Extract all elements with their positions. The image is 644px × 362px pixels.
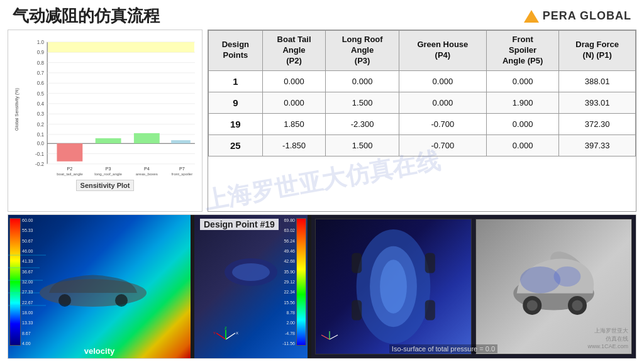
svg-rect-30 bbox=[134, 133, 160, 143]
table-section: DesignPoints Boat TailAngle(P2) Long Roo… bbox=[208, 30, 636, 212]
table-header-row: DesignPoints Boat TailAngle(P2) Long Roo… bbox=[209, 31, 636, 71]
table-cell: 9 bbox=[209, 92, 263, 113]
table-cell: 19 bbox=[209, 113, 263, 134]
topview-axes bbox=[319, 329, 341, 351]
svg-text:P7: P7 bbox=[179, 167, 185, 172]
cfd-pressure-view: 69.80 63.02 56.24 49.46 42.68 35.90 29.1… bbox=[194, 215, 308, 358]
cfd-right-area: 上海罗世亚大 仿真在线 www.1CAE.com bbox=[311, 215, 636, 358]
col-drag-force: Drag Force(N) (P1) bbox=[559, 31, 636, 71]
pressure-scale-labels: 69.80 63.02 56.24 49.46 42.68 35.90 29.1… bbox=[282, 218, 295, 346]
svg-rect-29 bbox=[96, 138, 121, 143]
table-cell: 1.850 bbox=[262, 113, 326, 134]
table-cell: 0.000 bbox=[486, 134, 558, 156]
svg-point-74 bbox=[554, 266, 581, 287]
table-body: 10.0000.0000.0000.000388.0190.0001.5000.… bbox=[209, 70, 636, 156]
table-cell: 1.500 bbox=[326, 134, 399, 156]
iso-surface-label: Iso-surface of total pressure = 0.0 bbox=[389, 344, 497, 353]
table-cell: 372.30 bbox=[559, 113, 636, 134]
design-point-label: Design Point #19 bbox=[200, 219, 279, 230]
table-cell: 0.000 bbox=[262, 92, 326, 113]
table-row: 90.0001.5000.0001.900393.01 bbox=[209, 92, 636, 113]
svg-line-65 bbox=[330, 335, 338, 339]
table-cell: 0.000 bbox=[326, 70, 399, 92]
header: 气动减阻的仿真流程 PERA GLOBAL bbox=[0, 0, 644, 30]
flow-lines-svg bbox=[8, 215, 191, 358]
col-long-roof: Long RoofAngle(P3) bbox=[326, 31, 399, 71]
svg-text:long_roof_angle: long_roof_angle bbox=[94, 172, 122, 176]
svg-text:0.6: 0.6 bbox=[37, 80, 45, 86]
svg-rect-63 bbox=[352, 300, 362, 320]
velocity-label: velocity bbox=[84, 346, 114, 356]
svg-text:Z: Z bbox=[225, 327, 227, 330]
top-section: 1.0 0.9 0.8 0.7 0.6 0.5 bbox=[8, 30, 636, 212]
svg-point-60 bbox=[380, 260, 407, 314]
svg-text:P3: P3 bbox=[106, 167, 111, 172]
svg-point-51 bbox=[232, 263, 270, 281]
logo-icon bbox=[524, 10, 539, 23]
svg-rect-64 bbox=[425, 300, 435, 320]
table-row: 10.0000.0000.0000.000388.01 bbox=[209, 70, 636, 92]
chart-inner: 1.0 0.9 0.8 0.7 0.6 0.5 bbox=[12, 34, 198, 178]
svg-text:X: X bbox=[236, 331, 238, 335]
svg-text:0.9: 0.9 bbox=[37, 50, 45, 55]
table-row: 191.850-2.300-0.7000.000372.30 bbox=[209, 113, 636, 134]
table-cell: 0.000 bbox=[399, 92, 486, 113]
table-cell: 1 bbox=[209, 70, 263, 92]
table-cell: -1.850 bbox=[262, 134, 326, 156]
svg-text:0.0: 0.0 bbox=[37, 141, 45, 146]
sensitivity-chart: 1.0 0.9 0.8 0.7 0.6 0.5 bbox=[12, 34, 198, 178]
table-cell: 1.500 bbox=[326, 92, 399, 113]
svg-text:P2: P2 bbox=[67, 167, 73, 172]
table-row: 25-1.8501.500-0.7000.000397.33 bbox=[209, 134, 636, 156]
svg-rect-27 bbox=[48, 42, 194, 52]
logo-text: PERA GLOBAL bbox=[543, 9, 631, 23]
car-mid-svg bbox=[219, 253, 282, 291]
svg-text:0.4: 0.4 bbox=[37, 101, 45, 107]
sensitivity-label-container: Sensitivity Plot bbox=[12, 178, 198, 191]
svg-rect-31 bbox=[171, 140, 191, 143]
svg-text:boat_tail_angle: boat_tail_angle bbox=[57, 172, 83, 176]
table-cell: 0.000 bbox=[486, 113, 558, 134]
cfd-topview-car bbox=[315, 219, 472, 354]
bottom-section: Design Point #19 60.00 55.33 50.67 46.00… bbox=[8, 214, 636, 359]
table-cell: 0.000 bbox=[262, 70, 326, 92]
col-green-house: Green House(P4) bbox=[399, 31, 486, 71]
chart-section: 1.0 0.9 0.8 0.7 0.6 0.5 bbox=[8, 30, 203, 212]
svg-text:areas_boxes: areas_boxes bbox=[136, 172, 158, 176]
svg-text:0.7: 0.7 bbox=[37, 70, 45, 76]
table-cell: 397.33 bbox=[559, 134, 636, 156]
table-cell: 393.01 bbox=[559, 92, 636, 113]
table-cell: 0.000 bbox=[486, 70, 558, 92]
table-cell: -0.700 bbox=[399, 113, 486, 134]
svg-text:front_spoiler: front_spoiler bbox=[172, 172, 193, 176]
svg-point-70 bbox=[527, 300, 538, 310]
page-title: 气动减阻的仿真流程 bbox=[13, 5, 160, 27]
table-cell: 1.900 bbox=[486, 92, 558, 113]
svg-text:Global Sensitivity (%): Global Sensitivity (%) bbox=[14, 88, 19, 131]
svg-line-66 bbox=[321, 335, 330, 339]
main-content: 1.0 0.9 0.8 0.7 0.6 0.5 bbox=[0, 30, 644, 359]
svg-line-52 bbox=[226, 333, 235, 339]
svg-text:0.5: 0.5 bbox=[37, 91, 45, 97]
watermark-logo: 上海罗世亚大 仿真在线 www.1CAE.com bbox=[587, 327, 628, 351]
svg-text:0.2: 0.2 bbox=[37, 122, 45, 128]
table-cell: 0.000 bbox=[399, 70, 486, 92]
svg-text:-0.2: -0.2 bbox=[35, 162, 45, 167]
svg-point-72 bbox=[572, 300, 582, 310]
col-boat-tail: Boat TailAngle(P2) bbox=[262, 31, 326, 71]
cfd-3d-car: 上海罗世亚大 仿真在线 www.1CAE.com bbox=[475, 219, 632, 354]
table-cell: 25 bbox=[209, 134, 263, 156]
sensitivity-label: Sensitivity Plot bbox=[76, 180, 135, 191]
axes-svg: X Y Z bbox=[213, 327, 238, 352]
svg-rect-62 bbox=[425, 253, 435, 273]
svg-point-73 bbox=[520, 266, 560, 293]
table-cell: 388.01 bbox=[559, 70, 636, 92]
logo-area: PERA GLOBAL bbox=[524, 9, 631, 23]
col-design-points: DesignPoints bbox=[209, 31, 263, 71]
svg-text:0.3: 0.3 bbox=[37, 111, 45, 117]
pressure-colorscale bbox=[296, 218, 306, 346]
svg-text:1.0: 1.0 bbox=[37, 40, 45, 45]
svg-line-53 bbox=[216, 333, 226, 339]
svg-text:0.8: 0.8 bbox=[37, 60, 45, 66]
svg-text:P1 drag_force - Output Paramet: P1 drag_force - Output Parameter bbox=[87, 178, 155, 178]
